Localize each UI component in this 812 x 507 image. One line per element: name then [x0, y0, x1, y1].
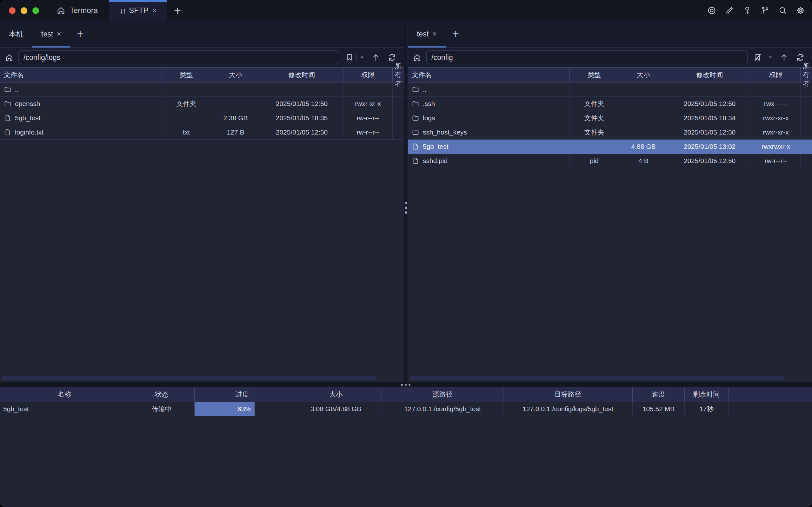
column-header-remaining[interactable]: 剩余时间: [685, 387, 728, 402]
sftp-transfer-icon: ↓↑: [119, 6, 125, 15]
file-row[interactable]: sshd.pid pid 4 B 2025/01/05 12:50 rw-r--…: [408, 154, 812, 168]
left-pathbar: /config/logs: [0, 48, 404, 67]
column-header-speed[interactable]: 速度: [633, 387, 685, 402]
horizontal-scrollbar[interactable]: [410, 376, 784, 380]
file-row[interactable]: logs 文件夹 2025/01/05 18:34 rwxr-xr-x: [408, 111, 812, 125]
close-tab-icon[interactable]: ×: [432, 31, 436, 38]
column-header-permission[interactable]: 权限: [343, 68, 393, 82]
folder-icon: [412, 128, 419, 136]
left-path-input[interactable]: /config/logs: [18, 50, 339, 64]
branch-icon[interactable]: [759, 5, 771, 16]
column-header-owner[interactable]: 所有者: [393, 68, 404, 82]
close-tab-icon[interactable]: ×: [57, 31, 61, 38]
key-icon[interactable]: [742, 5, 753, 16]
file-row[interactable]: 5gb_test 2.38 GB 2025/01/05 18:35 rw-r--…: [0, 111, 404, 125]
file-row[interactable]: .ssh 文件夹 2025/01/05 12:50 rwx------: [408, 97, 812, 111]
transfer-remaining-time: 17秒: [685, 402, 728, 416]
minimize-window-button[interactable]: [21, 7, 27, 14]
column-header-source[interactable]: 源路径: [382, 387, 503, 402]
tab-sftp[interactable]: ↓↑ SFTP ×: [109, 0, 167, 21]
column-header-type[interactable]: 类型: [570, 68, 619, 82]
pane-splitter[interactable]: [404, 21, 408, 382]
maximize-window-button[interactable]: [33, 7, 39, 14]
right-path-value: /config: [431, 53, 453, 62]
new-tab-button[interactable]: +: [167, 0, 188, 21]
file-icon: [4, 128, 11, 136]
column-header-owner[interactable]: 所有者: [801, 68, 812, 82]
tab-local[interactable]: 本机: [0, 21, 33, 47]
column-header-size[interactable]: 大小: [290, 387, 382, 402]
tab-sftp-label: SFTP: [129, 6, 148, 15]
transfer-table-header: 名称 状态 进度 大小 源路径 目标路径 速度 剩余时间: [0, 387, 812, 402]
up-directory-icon[interactable]: [368, 51, 384, 64]
column-header-status[interactable]: 状态: [129, 387, 195, 402]
file-row[interactable]: openssh 文件夹 2025/01/05 12:50 rwxr-xr-x: [0, 97, 404, 111]
column-header-size[interactable]: 大小: [211, 68, 260, 82]
column-header-permission[interactable]: 权限: [751, 68, 801, 82]
titlebar: Termora ↓↑ SFTP × +: [0, 0, 812, 21]
right-pane-tabs: test × +: [408, 21, 812, 48]
tab-test-right[interactable]: test ×: [408, 21, 446, 47]
column-header-name[interactable]: 文件名: [0, 68, 162, 82]
home-icon[interactable]: [408, 53, 426, 62]
home-icon: [56, 6, 66, 15]
file-row[interactable]: ssh_host_keys 文件夹 2025/01/05 12:50 rwxr-…: [408, 125, 812, 139]
titlebar-toolbar: [706, 0, 812, 21]
progress-bar: 63%: [195, 402, 255, 416]
tab-termora[interactable]: Termora: [48, 0, 106, 21]
right-path-input[interactable]: /config: [426, 50, 748, 64]
file-name: sshd.pid: [423, 157, 447, 165]
dropdown-caret-icon[interactable]: [357, 51, 368, 64]
transfer-target-path: 127.0.0.1:/config/logs/5gb_test: [503, 402, 633, 416]
tab-termora-label: Termora: [70, 6, 98, 15]
transfer-progress-cell: 63%: [195, 402, 290, 416]
bookmark-icon[interactable]: [342, 51, 357, 64]
add-pane-tab-button[interactable]: +: [70, 21, 91, 47]
transfer-splitter[interactable]: [0, 382, 812, 387]
transfer-size: 3.08 GB/4.88 GB: [290, 402, 382, 416]
file-name: .ssh: [423, 100, 435, 108]
edit-icon[interactable]: [724, 5, 735, 16]
remote-pane: test × + /config 文件名 类型 大小 修改时间 权限: [408, 21, 812, 382]
column-header-name[interactable]: 名称: [0, 387, 129, 402]
column-header-type[interactable]: 类型: [162, 68, 211, 82]
column-header-name[interactable]: 文件名: [408, 68, 570, 82]
horizontal-scrollbar[interactable]: [2, 376, 376, 380]
file-name: openssh: [15, 100, 40, 108]
transfer-speed: 105.52 MB: [633, 402, 685, 416]
add-pane-tab-button[interactable]: +: [446, 21, 466, 47]
tab-test-left[interactable]: test ×: [33, 21, 70, 47]
transfer-row[interactable]: 5gb_test 传输中 63% 3.08 GB/4.88 GB 127.0.0…: [0, 402, 812, 416]
column-header-modified[interactable]: 修改时间: [668, 68, 751, 82]
file-row[interactable]: ..: [0, 82, 404, 97]
home-icon[interactable]: [0, 53, 18, 62]
tab-test-label: test: [417, 30, 429, 38]
left-table-header: 文件名 类型 大小 修改时间 权限 所有者: [0, 67, 404, 82]
column-header-modified[interactable]: 修改时间: [260, 68, 343, 82]
column-header-size[interactable]: 大小: [619, 68, 668, 82]
dropdown-caret-icon[interactable]: [765, 51, 776, 64]
transfer-name: 5gb_test: [0, 402, 129, 416]
file-name: 5gb_test: [423, 143, 448, 150]
folder-icon: [412, 86, 419, 93]
file-row-selected[interactable]: 5gb_test 4.88 GB 2025/01/05 13:02 rwxrwx…: [408, 139, 812, 154]
progress-label: 63%: [237, 405, 251, 413]
close-window-button[interactable]: [9, 7, 15, 14]
settings-icon[interactable]: [795, 5, 806, 16]
transfer-row-filler: [728, 402, 812, 416]
bookmark-off-icon[interactable]: [751, 51, 765, 64]
file-row[interactable]: ..: [408, 82, 812, 97]
left-pane-tabs: 本机 test × +: [0, 21, 404, 48]
folder-icon: [4, 86, 11, 93]
transfer-table: 名称 状态 进度 大小 源路径 目标路径 速度 剩余时间 5gb_test 传输…: [0, 387, 812, 416]
right-pathbar: /config: [408, 48, 812, 67]
file-icon: [412, 157, 419, 165]
file-row[interactable]: loginfo.txt txt 127 B 2025/01/05 12:50 r…: [0, 125, 404, 139]
record-icon[interactable]: [706, 5, 717, 16]
search-icon[interactable]: [777, 5, 789, 16]
transfer-source-path: 127.0.0.1:/config/5gb_test: [382, 402, 503, 416]
up-directory-icon[interactable]: [776, 51, 792, 64]
close-tab-icon[interactable]: ×: [152, 6, 157, 15]
column-header-progress[interactable]: 进度: [195, 387, 290, 402]
column-header-target[interactable]: 目标路径: [503, 387, 633, 402]
